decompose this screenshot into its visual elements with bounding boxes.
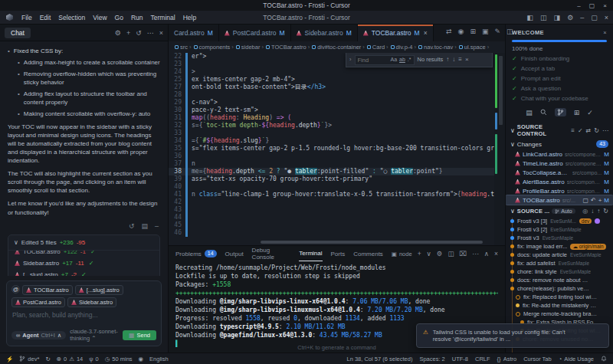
menu-item[interactable]: File	[18, 13, 36, 22]
changed-file-row[interactable]: AlertBase.astro src/compone... M	[506, 177, 613, 186]
panel-tab[interactable]: Terminal	[299, 246, 322, 261]
code-line[interactable]: 45	[169, 221, 505, 229]
breadcrumb-item[interactable]: sidebar ›	[236, 44, 264, 51]
encoding[interactable]: UTF-8	[452, 356, 468, 362]
tab-chat[interactable]: Chat	[5, 28, 31, 38]
menu-item[interactable]: Terminal	[147, 13, 179, 22]
code-line[interactable]: 31 map((heading: Heading) => (	[169, 114, 505, 122]
search-icon[interactable]	[540, 109, 547, 116]
tab-close-icon[interactable]: ×	[424, 29, 428, 37]
commit-row[interactable]: fix: add safelist EveSunMaple	[506, 259, 613, 267]
checklist-item[interactable]: ✓ Prompt an edit	[506, 74, 613, 84]
refresh-icon[interactable]: ↻	[594, 127, 599, 134]
edited-file-row[interactable]: TOCBar.astro +122 -1 ✓	[10, 251, 158, 257]
whole-word-icon[interactable]: ab	[399, 56, 405, 64]
find-close-icon[interactable]: ×	[465, 56, 469, 64]
panel-tab[interactable]: Debug Console	[252, 246, 291, 261]
layout-settings-icon[interactable]: ⚙	[567, 14, 573, 21]
chat-input-placeholder[interactable]: Plan, search, build anything...	[12, 311, 156, 319]
breadcrumb-item[interactable]: Card ›	[367, 44, 388, 51]
commit-row[interactable]: docs: update article EveSunMaple	[506, 251, 613, 259]
code-line[interactable]: 39 ass="text-xs opacity-70 group-hover:t…	[169, 175, 505, 183]
maximize-panel-icon[interactable]: ∧	[484, 250, 489, 257]
chat-message-area[interactable]: • Fixed the CSS by: • Adding max-height …	[0, 41, 168, 276]
panel-tab[interactable]: Comments	[353, 246, 383, 261]
terminal-more-icon[interactable]: ⋯	[472, 250, 479, 257]
maximize-icon[interactable]: ▢	[589, 2, 595, 9]
close-panel-icon[interactable]: ×	[494, 250, 498, 257]
target-icon[interactable]: ◎	[582, 208, 588, 215]
commit-row[interactable]: Merge remote-tracking bran...	[506, 310, 613, 318]
minimize-icon[interactable]: –	[580, 14, 584, 21]
graph-header[interactable]: ∨ SOURCE ... Auto ◎ ↓ ↑ ↻	[506, 205, 613, 216]
breadcrumb-item[interactable]: TOCBar.astro ›	[266, 44, 310, 51]
checklist-item[interactable]: ✓ Ask a question	[506, 84, 613, 93]
breadcrumb-item[interactable]: div#toc-container ›	[312, 44, 365, 51]
code-line[interactable]: 38 me={heading.depth <= 2 ? "● tabler:po…	[169, 168, 505, 175]
diff-icon[interactable]: ⊞	[470, 28, 476, 35]
changed-file-row[interactable]: LinkCard.astro src/componen... M	[506, 149, 613, 159]
find-previous-icon[interactable]: ↑	[446, 56, 449, 64]
find-input[interactable]	[358, 57, 388, 64]
split-terminal-icon[interactable]: ◫	[447, 250, 454, 257]
breadcrumb-item[interactable]: components ›	[194, 44, 234, 51]
done-check-icon[interactable]: ✓	[587, 109, 593, 116]
commit-row[interactable]: fix: image load err... ☁ origin/main	[506, 242, 613, 251]
chat-more-icon[interactable]: ⋯	[147, 29, 154, 37]
editor-tab[interactable]: TOCBar.astro M ×	[358, 25, 434, 41]
chat-close-icon[interactable]: ×	[159, 29, 163, 37]
extensions-icon[interactable]: ⊞	[574, 109, 580, 116]
commit-row[interactable]: Frosti v3 EveSunMaple	[506, 234, 613, 242]
context-chip[interactable]: [...slug].astro	[75, 285, 123, 295]
code-line[interactable]: 29 c-nav">	[169, 99, 505, 107]
menu-item[interactable]: Help	[179, 13, 200, 22]
open-changes-icon[interactable]: ⇄	[446, 28, 452, 35]
copy-icon[interactable]: ▤	[141, 221, 148, 231]
add-context-button[interactable]: @	[11, 285, 20, 293]
code-line[interactable]: 35 s="flex items-center gap-2 p-1.5 roun…	[169, 145, 505, 152]
panel-tab[interactable]: Ports	[331, 246, 346, 261]
editor-tab[interactable]: Card.astro M ×	[169, 25, 219, 41]
problems-indicator[interactable]: ⊗ 0 ⚠ 14	[57, 356, 84, 362]
cursor-tab-toggle[interactable]: Cursor Tab	[523, 356, 552, 362]
menu-item[interactable]: Edit	[36, 13, 55, 22]
code-editor[interactable]: › Aa ab .* No results ↑ ↓ ≡ ×	[169, 53, 505, 245]
find-in-selection-icon[interactable]: ≡	[458, 56, 462, 64]
terminal-dropdown-icon[interactable]: ∨	[427, 250, 431, 257]
edit-icon[interactable]: ✎	[494, 28, 500, 35]
code-line[interactable]: 46	[169, 229, 505, 237]
edited-files-header[interactable]: ∨ Edited 5 files +236 -95	[8, 235, 159, 251]
graph-refresh-icon[interactable]: ↻	[603, 208, 608, 215]
edited-file-row[interactable]: [...slug].astro +7 -2 ✓	[10, 269, 158, 276]
eol-selector[interactable]: CRLF	[475, 356, 490, 362]
chat-input-box[interactable]: @ TOCBar.astro [...slug].astro	[6, 280, 162, 346]
context-chip[interactable]: Sidebar.astro	[67, 297, 116, 307]
changed-file-row-selected[interactable]: TOCBar.astro src/... ▢ ↶ + M	[506, 195, 613, 205]
source-control-icon[interactable]	[555, 108, 566, 116]
close-icon[interactable]: ×	[605, 14, 608, 21]
sync-icon[interactable]: ↻	[45, 356, 50, 362]
panel-right-icon[interactable]: ◨	[554, 14, 561, 21]
menu-item[interactable]: Run	[127, 13, 147, 22]
shell-selector[interactable]: ▣ node	[392, 251, 412, 257]
code-line[interactable]: 28	[169, 91, 505, 99]
code-line[interactable]: 43	[169, 206, 505, 214]
menu-item[interactable]: Selection	[54, 13, 89, 22]
open-file-icon[interactable]: ▢	[582, 197, 588, 204]
context-chip[interactable]: TOCBar.astro	[22, 285, 73, 295]
eye-icon[interactable]: ◉	[139, 356, 144, 362]
commit-row[interactable]: docs: remove note about Node.js...	[506, 276, 613, 284]
minimap[interactable]	[494, 53, 505, 245]
stage-changes-icon[interactable]: +	[598, 197, 602, 204]
regex-icon[interactable]: .*	[408, 56, 411, 64]
changed-file-row[interactable]: ProfileBar.astro src/compone... M	[506, 186, 613, 195]
commit-row[interactable]: Frosti v3 [3] EveSunM... dev	[506, 217, 613, 225]
code-line[interactable]: 37 n	[169, 160, 505, 168]
graph-icon[interactable]: ⇄	[586, 127, 592, 134]
commit-row[interactable]: Frosti v3 [2] EveSunMaple	[506, 225, 613, 234]
code-line[interactable]: 41 n class="line-clamp-1 group-hover:tra…	[169, 191, 505, 198]
breadcrumb-item[interactable]: ul.space ›	[459, 44, 489, 51]
chat-settings-icon[interactable]: ⚙	[115, 29, 121, 37]
agent-mode-selector[interactable]: ∞ Agent Ctrl+I ∧	[11, 331, 66, 339]
split-editor-icon[interactable]: ◫	[506, 28, 513, 35]
